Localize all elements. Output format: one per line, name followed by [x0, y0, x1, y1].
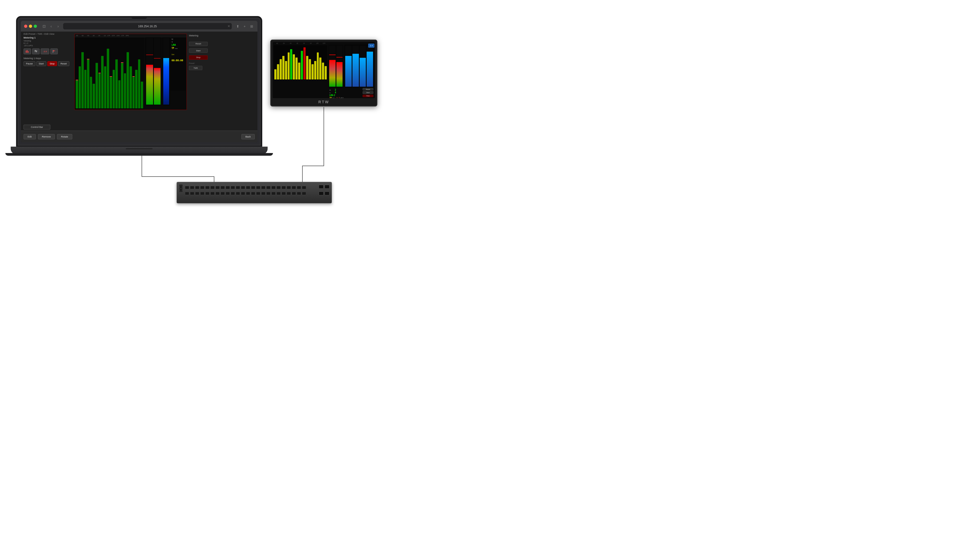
- switch-side-ports: [179, 184, 183, 192]
- right-reset-button[interactable]: Reset: [189, 42, 208, 46]
- breadcrumb: Edit Preset › TM5 › Edit View: [24, 33, 54, 35]
- vert-meter-left-fill: [146, 65, 153, 105]
- vert-meter-right-fill: [154, 68, 161, 105]
- grid-icon[interactable]: ⊞: [249, 24, 254, 29]
- switch-port-bottom-16: [266, 192, 270, 195]
- switch-port-bottom-7: [221, 192, 225, 195]
- switch-port-top-15: [261, 186, 266, 189]
- loudness-int-row: Int: [172, 51, 185, 56]
- switch-sfp-4: [325, 192, 329, 195]
- keys-label: Metering 1 Keys: [24, 57, 72, 60]
- address-bar[interactable]: 169.254.16.25 ✕: [63, 23, 232, 29]
- rtw-vert-right: [336, 46, 343, 87]
- loudness-s-row: S: [172, 41, 185, 43]
- browser-chrome: ⊡ ‹ › 169.254.16.25 ✕ ⬆ + ⊞: [21, 21, 258, 32]
- flag-icon[interactable]: [50, 48, 58, 54]
- switch-port-bottom-0: [185, 192, 189, 195]
- laptop-bar-18: [127, 52, 129, 108]
- switch-port-bottom-12: [246, 192, 250, 195]
- laptop-bar-14: [115, 59, 118, 108]
- switch-port-top-5: [210, 186, 215, 189]
- start-button[interactable]: Start: [37, 61, 46, 66]
- switch-sfp-1: [319, 185, 323, 189]
- nav-back-button[interactable]: ‹: [48, 23, 54, 29]
- minimize-button[interactable]: [29, 25, 32, 28]
- rtw-right-meters: [344, 44, 374, 87]
- preset-label: Preset:: [189, 62, 213, 64]
- tm5-button[interactable]: TM5: [189, 66, 202, 70]
- side-port-1: [180, 186, 182, 188]
- loudness-m-row: M: [172, 38, 185, 40]
- sliders-icon[interactable]: [32, 48, 40, 54]
- tall-meter-bg: [163, 38, 169, 105]
- new-tab-icon[interactable]: +: [242, 24, 247, 29]
- laptop-bar-0: [76, 80, 78, 108]
- stop-button[interactable]: Stop: [48, 61, 57, 66]
- switch-port-bottom-21: [292, 192, 296, 195]
- nav-forward-button[interactable]: ›: [55, 23, 61, 29]
- laptop-bar-20: [132, 77, 135, 108]
- rtw-bar-chart: [274, 45, 327, 80]
- rotate-button[interactable]: Rotate: [57, 134, 72, 139]
- address-clear-icon[interactable]: ✕: [228, 24, 230, 28]
- maximize-button[interactable]: [34, 25, 37, 28]
- rtw-tp-value: -3.5: [335, 97, 340, 98]
- laptop-bar-8: [99, 73, 101, 108]
- switch-port-bottom-6: [215, 192, 220, 195]
- switch-port-bottom-20: [286, 192, 291, 195]
- right-start-button[interactable]: Start: [189, 48, 208, 53]
- control-bar-button[interactable]: Control Bar: [24, 125, 50, 129]
- scale-labels: -60 -50 -40 -30 -20 -10 LTP STP LRA LTP …: [75, 34, 186, 37]
- right-control-panel: Metering Reset Start Stop Preset: TM5: [189, 34, 213, 70]
- loudness-lra-row: LRA: [172, 44, 185, 46]
- rtw-bar-12: [306, 56, 308, 79]
- rtw-tp-label: TP: [329, 97, 332, 98]
- switch-port-top-12: [246, 186, 250, 189]
- laptop-bar-5: [90, 77, 92, 108]
- switch-port-top-2: [195, 186, 199, 189]
- rtw-right-bar-2: [352, 46, 359, 87]
- laptop-bar-2: [81, 52, 84, 108]
- edit-button[interactable]: Edit: [24, 134, 36, 139]
- rtw-monitor: -60 -50 -40 -30 -20 -10 LTP STP: [270, 40, 377, 106]
- rtw-bar-15: [314, 61, 316, 79]
- loudness-timer: 00:00:00: [172, 59, 183, 62]
- right-stop-button[interactable]: Stop: [189, 56, 208, 60]
- remove-button[interactable]: Remove: [38, 134, 55, 139]
- laptop-bar-11: [107, 49, 109, 108]
- rtw-bar-11: [304, 48, 305, 79]
- nav-sidebar-icon[interactable]: ⊡: [41, 23, 47, 29]
- rtw-start-button[interactable]: Start: [363, 91, 373, 94]
- pause-button[interactable]: Pause: [24, 61, 35, 66]
- share-icon[interactable]: ⬆: [235, 24, 240, 29]
- left-panel: Metering 1 Viewing8 1 2-23 LUFS -3.9: [24, 37, 72, 66]
- switch-port-bottom-8: [226, 192, 230, 195]
- switch-ports-row-2: [185, 192, 306, 195]
- rtw-right-bar-4: [367, 46, 373, 87]
- rtw-right-fill-3: [360, 58, 366, 87]
- close-button[interactable]: [24, 25, 27, 28]
- back-button[interactable]: Back: [242, 134, 255, 139]
- switch-port-top-9: [231, 186, 235, 189]
- switch-port-top-23: [302, 186, 306, 189]
- rtw-tp-unit: dBFS: [340, 97, 344, 98]
- rtw-bar-1: [277, 64, 279, 79]
- switch-port-top-3: [200, 186, 204, 189]
- rtw-right-bar-3: [360, 46, 366, 87]
- vertical-meter-pair: [145, 37, 161, 105]
- rtw-right-fill-4: [367, 52, 373, 87]
- rtw-reset-button[interactable]: Reset: [363, 88, 373, 91]
- bar-chart-icon[interactable]: [24, 48, 31, 54]
- reset-button[interactable]: Reset: [58, 61, 69, 66]
- tp-sub-label: max: [175, 48, 178, 49]
- laptop-screen-inner: ⊡ ‹ › 169.254.16.25 ✕ ⬆ + ⊞ Edit Preset …: [21, 21, 258, 142]
- rtw-peak-left: [329, 55, 336, 55]
- rtw-stop-button[interactable]: Stop: [363, 95, 373, 97]
- laptop-base-bottom: [5, 153, 273, 156]
- app-content: Edit Preset › TM5 › Edit View Metering 1…: [21, 32, 258, 142]
- bar-peak-4: [87, 59, 89, 59]
- svg-point-5: [35, 50, 36, 51]
- laptop-notch: [131, 17, 147, 19]
- panel-title: Metering 1: [24, 37, 72, 39]
- switch-port-bottom-3: [200, 192, 204, 195]
